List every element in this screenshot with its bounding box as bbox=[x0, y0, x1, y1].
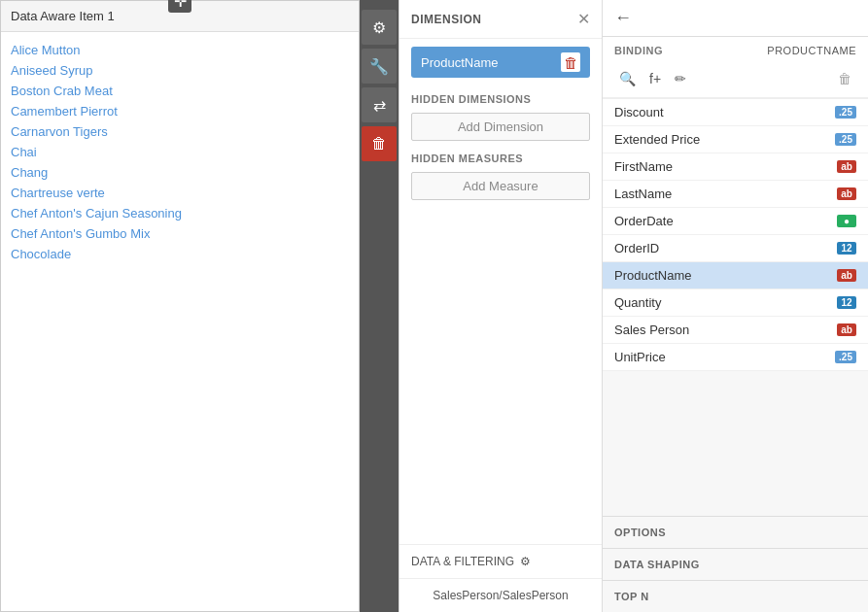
dimension-label: DIMENSION bbox=[411, 13, 482, 26]
field-list: Discount.25Extended Price.25FirstNameabL… bbox=[603, 99, 868, 516]
list-item[interactable]: Chocolade bbox=[11, 244, 349, 264]
field-name: FirstName bbox=[614, 159, 673, 174]
field-row[interactable]: ProductNameab bbox=[603, 262, 868, 289]
binding-header: BINDING ProductName bbox=[603, 37, 868, 64]
delete-button[interactable]: 🗑 bbox=[833, 68, 856, 89]
list-item[interactable]: Carnarvon Tigers bbox=[11, 121, 349, 142]
list-item[interactable]: Chef Anton's Cajun Seasoning bbox=[11, 203, 349, 223]
field-row[interactable]: Extended Price.25 bbox=[603, 126, 868, 153]
field-name: LastName bbox=[614, 187, 672, 201]
add-dimension-button[interactable]: Add Dimension bbox=[411, 113, 590, 141]
field-name: OrderDate bbox=[614, 214, 674, 228]
product-list: Alice MuttonAniseed SyrupBoston Crab Mea… bbox=[1, 32, 359, 272]
field-name: UnitPrice bbox=[614, 350, 666, 364]
collapsible-header-dataShaping[interactable]: DATA SHAPING bbox=[603, 549, 868, 580]
data-source-label: SalesPerson/SalesPerson bbox=[399, 578, 602, 612]
field-name: Discount bbox=[614, 105, 664, 119]
binding-value: ProductName bbox=[767, 45, 856, 56]
list-item[interactable]: Camembert Pierrot bbox=[11, 101, 349, 121]
field-name: Extended Price bbox=[614, 132, 700, 147]
list-item[interactable]: Chang bbox=[11, 162, 349, 183]
close-button[interactable]: ✕ bbox=[577, 10, 590, 28]
field-badge: ab bbox=[837, 187, 856, 200]
field-row[interactable]: FirstNameab bbox=[603, 153, 868, 181]
dimension-chip: ProductName 🗑 bbox=[411, 47, 590, 78]
data-filtering-label: DATA & FILTERING bbox=[411, 555, 514, 568]
data-filtering-gear-icon[interactable]: ⚙ bbox=[520, 555, 531, 568]
field-badge: ● bbox=[837, 215, 856, 227]
field-row[interactable]: OrderDate● bbox=[603, 208, 868, 235]
list-item[interactable]: Boston Crab Meat bbox=[11, 81, 349, 101]
right-header: ← bbox=[603, 0, 868, 37]
data-aware-panel: ✛ Data Aware Item 1 Alice MuttonAniseed … bbox=[0, 0, 360, 612]
list-item[interactable]: Chartreuse verte bbox=[11, 183, 349, 203]
collapsible-section-topN: TOP N bbox=[603, 580, 868, 612]
list-item[interactable]: Chai bbox=[11, 142, 349, 162]
list-item[interactable]: Aniseed Syrup bbox=[11, 60, 349, 81]
field-row[interactable]: LastNameab bbox=[603, 181, 868, 208]
field-name: Quantity bbox=[614, 295, 661, 310]
binding-panel: ← BINDING ProductName 🔍 f+ ✏ 🗑 Discount.… bbox=[603, 0, 868, 612]
search-button[interactable]: 🔍 bbox=[614, 68, 641, 89]
hidden-measures-label: HIDDEN MEASURES bbox=[399, 145, 602, 168]
middle-header: DIMENSION ✕ bbox=[399, 0, 602, 39]
dimension-chip-label: ProductName bbox=[421, 55, 498, 70]
list-item[interactable]: Alice Mutton bbox=[11, 40, 349, 60]
add-measure-button[interactable]: Add Measure bbox=[411, 172, 590, 200]
panel-title: Data Aware Item 1 bbox=[11, 9, 115, 23]
hidden-dimensions-label: HIDDEN DIMENSIONS bbox=[399, 85, 602, 109]
trash-icon[interactable]: 🗑 bbox=[362, 126, 397, 161]
field-badge: .25 bbox=[835, 351, 856, 363]
field-badge: 12 bbox=[837, 296, 856, 309]
formula-button[interactable]: f+ bbox=[644, 68, 666, 89]
binding-toolbar: 🔍 f+ ✏ 🗑 bbox=[603, 64, 868, 98]
field-badge: ab bbox=[837, 160, 856, 173]
data-filtering-section: DATA & FILTERING ⚙ bbox=[399, 544, 602, 578]
sidebar-toolbar: ⚙ 🔧 ⇄ 🗑 bbox=[360, 0, 399, 612]
edit-button[interactable]: ✏ bbox=[670, 68, 691, 89]
field-badge: 12 bbox=[837, 242, 856, 255]
move-handle[interactable]: ✛ bbox=[168, 0, 191, 13]
binding-section: BINDING ProductName 🔍 f+ ✏ 🗑 bbox=[603, 37, 868, 99]
collapsible-header-topN[interactable]: TOP N bbox=[603, 581, 868, 612]
wrench-icon[interactable]: 🔧 bbox=[362, 49, 397, 84]
list-item[interactable]: Chef Anton's Gumbo Mix bbox=[11, 223, 349, 244]
collapsible-header-options[interactable]: OPTIONS bbox=[603, 517, 868, 548]
field-row[interactable]: Sales Personab bbox=[603, 317, 868, 344]
field-row[interactable]: Quantity12 bbox=[603, 289, 868, 317]
field-badge: ab bbox=[837, 269, 856, 282]
binding-label: BINDING bbox=[614, 45, 663, 56]
field-badge: .25 bbox=[835, 133, 856, 146]
field-name: OrderID bbox=[614, 241, 659, 255]
field-row[interactable]: UnitPrice.25 bbox=[603, 344, 868, 371]
field-row[interactable]: Discount.25 bbox=[603, 99, 868, 126]
dimension-panel: DIMENSION ✕ ProductName 🗑 HIDDEN DIMENSI… bbox=[399, 0, 603, 612]
dimension-chip-delete[interactable]: 🗑 bbox=[561, 52, 580, 72]
collapsible-section-dataShaping: DATA SHAPING bbox=[603, 548, 868, 580]
collapsible-section-options: OPTIONS bbox=[603, 516, 868, 548]
field-name: Sales Person bbox=[614, 323, 689, 337]
field-badge: ab bbox=[837, 323, 856, 336]
settings-icon[interactable]: ⚙ bbox=[362, 10, 397, 45]
field-row[interactable]: OrderID12 bbox=[603, 235, 868, 262]
field-badge: .25 bbox=[835, 106, 856, 119]
field-name: ProductName bbox=[614, 268, 691, 283]
arrows-icon[interactable]: ⇄ bbox=[362, 87, 397, 122]
back-button[interactable]: ← bbox=[614, 8, 632, 28]
